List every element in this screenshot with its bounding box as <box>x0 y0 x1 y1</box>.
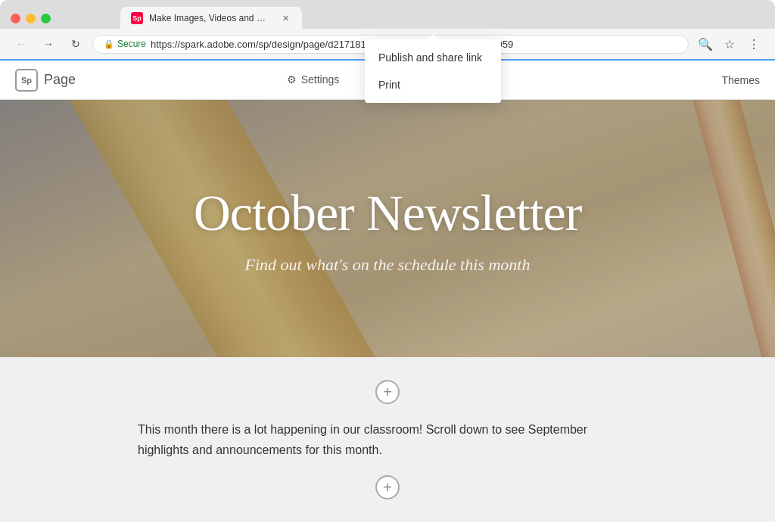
secure-badge: 🔒 Secure <box>104 39 146 49</box>
settings-button[interactable]: ⚙ Settings <box>273 67 353 93</box>
title-bar: Sp Make Images, Videos and Web... ✕ <box>0 0 775 29</box>
tab-title: Make Images, Videos and Web... <box>149 13 273 23</box>
add-section-button-bottom[interactable]: + <box>375 475 400 499</box>
reload-button[interactable]: ↻ <box>65 33 86 54</box>
body-text: This month there is a lot happening in o… <box>123 412 652 468</box>
bookmark-button[interactable]: ☆ <box>719 33 740 54</box>
publish-share-link-item[interactable]: Publish and share link <box>365 44 501 71</box>
tab-bar: Sp Make Images, Videos and Web... ✕ <box>60 7 363 30</box>
browser-window: Sp Make Images, Videos and Web... ✕ ← → … <box>0 0 775 522</box>
minimize-button[interactable] <box>26 14 36 23</box>
window-controls <box>11 14 51 23</box>
add-section-button-top[interactable]: + <box>375 380 400 404</box>
hero-section: October Newsletter Find out what's on th… <box>0 100 775 357</box>
dropdown-arrow <box>428 34 438 39</box>
share-dropdown: Publish and share link Print <box>365 39 501 103</box>
lock-icon: 🔒 <box>104 39 114 49</box>
tab-favicon: Sp <box>131 12 143 24</box>
hero-subtitle: Find out what's on the schedule this mon… <box>194 255 582 275</box>
hero-title: October Newsletter <box>194 183 582 243</box>
forward-button[interactable]: → <box>38 33 59 54</box>
settings-label: Settings <box>301 73 340 86</box>
menu-button[interactable]: ⋮ <box>743 33 764 54</box>
tab-close-button[interactable]: ✕ <box>279 12 291 24</box>
themes-button[interactable]: Themes <box>721 68 760 92</box>
content-area: + This month there is a lot happening in… <box>0 357 775 522</box>
app-name: Page <box>44 72 76 88</box>
print-item[interactable]: Print <box>365 71 501 98</box>
hero-content: October Newsletter Find out what's on th… <box>194 183 582 275</box>
app-logo: Sp Page <box>15 69 76 92</box>
settings-icon: ⚙ <box>287 73 297 86</box>
back-button[interactable]: ← <box>11 33 32 54</box>
maximize-button[interactable] <box>41 14 51 23</box>
logo-badge: Sp <box>15 69 38 92</box>
secure-label: Secure <box>117 39 146 49</box>
browser-actions: 🔍 ☆ ⋮ <box>695 33 764 54</box>
close-button[interactable] <box>11 14 20 23</box>
search-button[interactable]: 🔍 <box>695 33 716 54</box>
active-tab[interactable]: Sp Make Images, Videos and Web... ✕ <box>120 7 302 30</box>
